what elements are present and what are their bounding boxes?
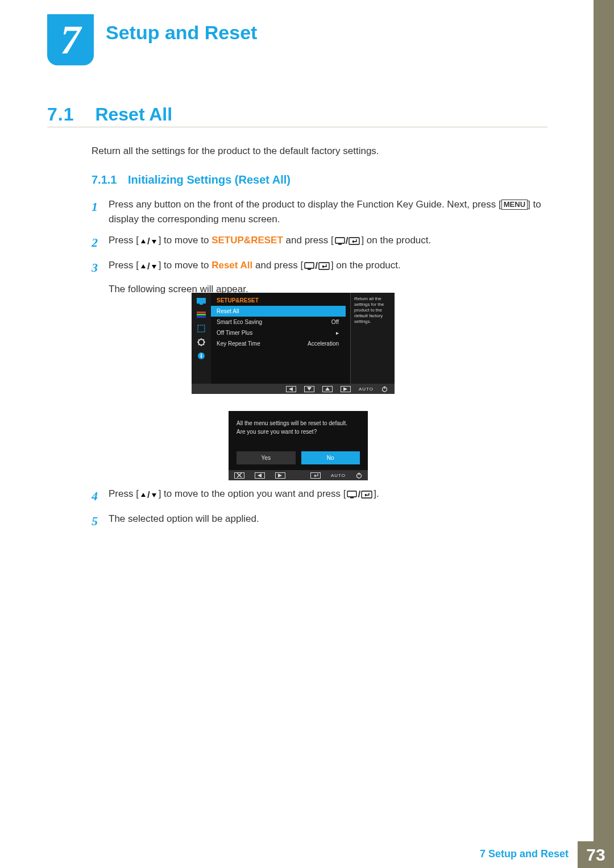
svg-rect-9 xyxy=(319,263,329,269)
svg-rect-35 xyxy=(350,497,354,499)
source-enter-keys-icon: / xyxy=(304,259,330,273)
confirm-line1: All the menu settings will be reset to d… xyxy=(237,419,360,427)
nav-down-icon xyxy=(304,386,314,392)
nav-left-icon xyxy=(286,386,296,392)
section-title: Reset All xyxy=(95,104,172,124)
highlight-reset-all: Reset All xyxy=(211,260,252,271)
svg-rect-19 xyxy=(201,354,202,355)
svg-marker-23 xyxy=(343,387,347,391)
osd-title: SETUP&RESET xyxy=(211,295,346,306)
setup-tab-icon xyxy=(196,337,206,347)
confirm-line2: Are you sure you want to reset? xyxy=(237,427,360,436)
nav-right-icon xyxy=(341,386,351,392)
svg-marker-28 xyxy=(258,474,262,477)
up-down-keys-icon: / xyxy=(140,234,157,249)
osd-nav-bar: AUTO xyxy=(192,384,395,394)
svg-marker-29 xyxy=(278,474,282,477)
chapter-badge: 7 xyxy=(47,14,94,65)
size-tab-icon xyxy=(196,323,206,334)
svg-rect-34 xyxy=(347,491,356,497)
info-tab-icon xyxy=(196,351,206,361)
svg-rect-8 xyxy=(308,269,311,270)
osd-menu-screenshot: SETUP&RESET Reset All Smart Eco SavingOf… xyxy=(192,293,395,401)
section-number: 7.1 xyxy=(47,104,74,124)
svg-marker-6 xyxy=(152,265,156,269)
picture-tab-icon xyxy=(196,296,206,306)
osd-confirm-screenshot: All the menu settings will be reset to d… xyxy=(229,411,368,480)
chapter-title: Setup and Reset xyxy=(106,22,257,44)
svg-marker-20 xyxy=(289,387,293,391)
subsection-number: 7.1.1 xyxy=(92,173,117,186)
section-rule xyxy=(47,127,547,127)
confirm-no-button: No xyxy=(301,451,360,464)
step-2: 2 Press [ / ] to move to SETUP&RESET and… xyxy=(92,233,546,252)
svg-rect-3 xyxy=(338,244,342,245)
color-tab-icon xyxy=(196,310,206,320)
step-1: 1 Press any button on the front of the p… xyxy=(92,197,546,227)
nav-auto-label: AUTO xyxy=(359,387,374,392)
nav-right-icon xyxy=(275,472,285,479)
svg-marker-33 xyxy=(152,493,156,497)
osd-row: Key Repeat TimeAcceleration xyxy=(211,338,346,349)
svg-rect-10 xyxy=(197,298,206,304)
svg-marker-0 xyxy=(141,239,146,243)
svg-rect-14 xyxy=(197,316,206,318)
osd-help-panel: Return all the settings for the product … xyxy=(350,293,395,384)
power-icon xyxy=(356,472,362,479)
svg-marker-22 xyxy=(325,387,330,391)
source-enter-keys-icon: / xyxy=(335,234,360,248)
nav-left-icon xyxy=(255,472,265,479)
osd-row-selected: Reset All xyxy=(211,306,346,317)
power-icon xyxy=(381,386,388,392)
up-down-keys-icon: / xyxy=(140,488,157,502)
page-footer: 7 Setup and Reset 73 xyxy=(0,841,614,868)
footer-chapter-label: 7 Setup and Reset xyxy=(480,841,578,868)
osd-tab-strip xyxy=(192,293,211,384)
osd-nav-bar: AUTO xyxy=(229,470,368,480)
svg-rect-11 xyxy=(200,304,203,305)
subsection-heading: 7.1.1 Initializing Settings (Reset All) xyxy=(92,173,291,186)
osd-row: Off Timer Plus▸ xyxy=(211,327,346,338)
svg-rect-36 xyxy=(362,491,372,498)
nav-up-icon xyxy=(322,386,333,392)
svg-rect-4 xyxy=(349,238,359,244)
page-number: 73 xyxy=(578,841,614,868)
section-heading: 7.1 Reset All xyxy=(47,104,172,125)
source-enter-keys-icon: / xyxy=(347,487,372,502)
svg-marker-32 xyxy=(141,493,146,497)
chapter-number: 7 xyxy=(60,16,81,64)
svg-marker-21 xyxy=(307,387,312,391)
up-down-keys-icon: / xyxy=(140,259,157,274)
section-intro: Return all the settings for the product … xyxy=(92,146,379,157)
osd-row: Smart Eco SavingOff xyxy=(211,317,346,327)
step-5: 5 The selected option will be applied. xyxy=(92,512,546,531)
svg-marker-1 xyxy=(152,240,156,244)
step-3: 3 Press [ / ] to move to Reset All and p… xyxy=(92,258,546,297)
close-icon xyxy=(234,472,244,479)
step-4: 4 Press [ / ] to move to the option you … xyxy=(92,487,546,506)
subsection-title: Initializing Settings (Reset All) xyxy=(128,173,291,186)
svg-rect-15 xyxy=(198,325,205,332)
svg-rect-18 xyxy=(201,355,202,358)
page-sidebar xyxy=(594,0,614,841)
svg-rect-12 xyxy=(197,312,206,313)
enter-icon xyxy=(310,472,321,479)
svg-rect-13 xyxy=(197,314,206,315)
svg-marker-5 xyxy=(141,264,146,268)
confirm-yes-button: Yes xyxy=(237,451,296,464)
svg-rect-7 xyxy=(305,263,314,268)
menu-key-icon: MENU xyxy=(501,200,528,210)
svg-rect-2 xyxy=(335,238,345,243)
highlight-setup-reset: SETUP&RESET xyxy=(211,235,283,246)
nav-auto-label: AUTO xyxy=(331,473,346,478)
